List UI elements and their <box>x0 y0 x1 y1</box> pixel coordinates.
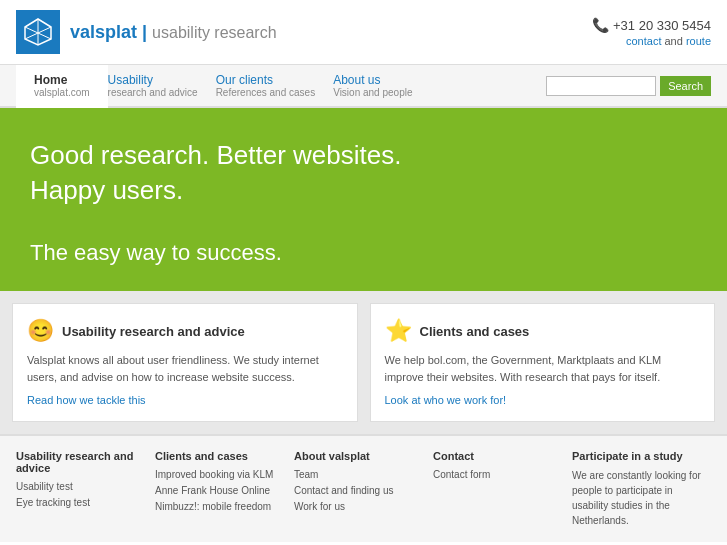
clients-card-title: Clients and cases <box>420 324 530 339</box>
nav-search: Search <box>546 65 711 106</box>
link-separator: and <box>665 35 686 47</box>
hero-line2: Happy users. <box>30 175 183 205</box>
hero-subtitle: The easy way to success. <box>30 240 697 266</box>
cards-section: 😊 Usability research and advice Valsplat… <box>0 291 727 434</box>
nav-label-usability: Usability <box>108 73 198 87</box>
nav-sub-home: valsplat.com <box>34 87 90 98</box>
usability-card-link[interactable]: Read how we tackle this <box>27 394 146 406</box>
footer: Usability research and advice Usability … <box>0 434 727 542</box>
contact-link[interactable]: contact <box>626 35 661 47</box>
nav-sub-about-us: Vision and people <box>333 87 412 98</box>
usability-card-text: Valsplat knows all about user friendline… <box>27 352 343 385</box>
phone-icon: 📞 <box>592 17 609 33</box>
clients-card-icon: ⭐ <box>385 318 412 344</box>
nav-sub-our-clients: References and cases <box>216 87 316 98</box>
logo-box <box>16 10 60 54</box>
hero-title: Good research. Better websites. Happy us… <box>30 138 697 208</box>
nav-label-home: Home <box>34 73 90 87</box>
footer-item-team: Team <box>294 468 423 482</box>
nav-item-home[interactable]: Home valsplat.com <box>16 65 108 108</box>
nav-sub-usability: research and advice <box>108 87 198 98</box>
footer-col-participate-title: Participate in a study <box>572 450 701 462</box>
logo-icon <box>23 17 53 47</box>
footer-col-usability-title: Usability research and advice <box>16 450 145 474</box>
footer-col-clients-title: Clients and cases <box>155 450 284 462</box>
logo-tagline: usability research <box>152 24 277 41</box>
footer-item-contact-form: Contact form <box>433 468 562 482</box>
logo-text: valsplat | usability research <box>70 22 277 43</box>
footer-col-contact: Contact Contact form <box>433 450 572 528</box>
clients-card-header: ⭐ Clients and cases <box>385 318 701 344</box>
hero-line1: Good research. Better websites. <box>30 140 401 170</box>
footer-participate-note: We are constantly looking for people to … <box>572 468 701 528</box>
contact-links: contact and route <box>592 35 711 47</box>
footer-item-eye-tracking: Eye tracking test <box>16 496 145 510</box>
nav-item-our-clients[interactable]: Our clients References and cases <box>216 65 334 108</box>
main: Good research. Better websites. Happy us… <box>0 108 727 434</box>
clients-card-link[interactable]: Look at who we work for! <box>385 394 507 406</box>
footer-col-contact-title: Contact <box>433 450 562 462</box>
footer-item-work: Work for us <box>294 500 423 514</box>
logo-separator: | <box>137 22 152 42</box>
search-button[interactable]: Search <box>660 76 711 96</box>
logo-brand: valsplat <box>70 22 137 42</box>
clients-card-text: We help bol.com, the Government, Marktpl… <box>385 352 701 385</box>
footer-item-klm: Improved booking via KLM <box>155 468 284 482</box>
header: valsplat | usability research 📞 +31 20 3… <box>0 0 727 65</box>
logo-area: valsplat | usability research <box>16 10 277 54</box>
footer-item-contact-finding: Contact and finding us <box>294 484 423 498</box>
nav-label-our-clients: Our clients <box>216 73 316 87</box>
phone-number: +31 20 330 5454 <box>613 18 711 33</box>
nav-label-about-us: About us <box>333 73 412 87</box>
footer-col-about-title: About valsplat <box>294 450 423 462</box>
nav: Home valsplat.com Usability research and… <box>0 65 727 108</box>
usability-card: 😊 Usability research and advice Valsplat… <box>12 303 358 422</box>
phone-line: 📞 +31 20 330 5454 <box>592 17 711 33</box>
footer-col-about: About valsplat Team Contact and finding … <box>294 450 433 528</box>
search-input[interactable] <box>546 76 656 96</box>
usability-card-icon: 😊 <box>27 318 54 344</box>
footer-item-usability-test: Usability test <box>16 480 145 494</box>
footer-col-clients: Clients and cases Improved booking via K… <box>155 450 294 528</box>
footer-col-participate: Participate in a study We are constantly… <box>572 450 711 528</box>
nav-item-about-us[interactable]: About us Vision and people <box>333 65 430 108</box>
footer-col-usability: Usability research and advice Usability … <box>16 450 155 528</box>
nav-item-usability[interactable]: Usability research and advice <box>108 65 216 108</box>
footer-item-anne-frank: Anne Frank House Online <box>155 484 284 498</box>
hero-section: Good research. Better websites. Happy us… <box>0 108 727 291</box>
clients-card: ⭐ Clients and cases We help bol.com, the… <box>370 303 716 422</box>
footer-item-nimbuzz: Nimbuzz!: mobile freedom <box>155 500 284 514</box>
usability-card-header: 😊 Usability research and advice <box>27 318 343 344</box>
route-link[interactable]: route <box>686 35 711 47</box>
contact-info: 📞 +31 20 330 5454 contact and route <box>592 17 711 47</box>
usability-card-title: Usability research and advice <box>62 324 245 339</box>
